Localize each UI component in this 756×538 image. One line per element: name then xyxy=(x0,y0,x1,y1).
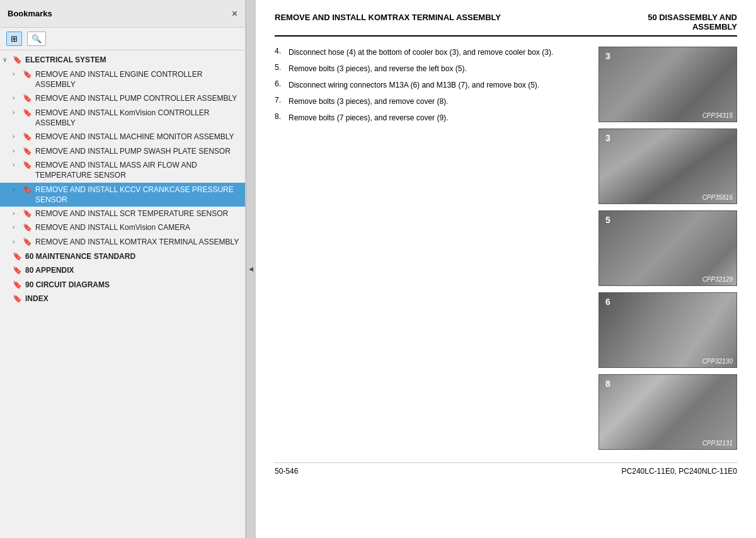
sidebar-item-electrical-system[interactable]: ∨🔖ELECTRICAL SYSTEM xyxy=(0,53,245,67)
sidebar: Bookmarks × ⊞ 🔍 ∨🔖ELECTRICAL SYSTEM›🔖REM… xyxy=(0,0,246,538)
bookmark-icon-circuit-diagrams: 🔖 xyxy=(13,280,23,290)
sidebar-item-appendix[interactable]: 🔖80 APPENDIX xyxy=(0,263,245,278)
bookmark-icon-mass-air-flow: 🔖 xyxy=(23,161,33,171)
step-description: Remove bolts (7 pieces), and reverse cov… xyxy=(289,112,448,123)
image-caption-3: CPP32129 xyxy=(702,276,733,283)
sidebar-item-index[interactable]: 🔖INDEX xyxy=(0,292,245,306)
close-button[interactable]: × xyxy=(232,9,238,19)
sidebar-item-pump-controller[interactable]: ›🔖REMOVE AND INSTALL PUMP CONTROLLER ASS… xyxy=(0,91,245,106)
sidebar-tree: ∨🔖ELECTRICAL SYSTEM›🔖REMOVE AND INSTALL … xyxy=(0,50,245,538)
search-icon: 🔍 xyxy=(32,34,42,43)
expand-arrow-komvision-camera[interactable]: › xyxy=(13,223,21,231)
item-label-komvision-camera: REMOVE AND INSTALL KomVision CAMERA xyxy=(35,222,190,232)
item-label-pump-controller: REMOVE AND INSTALL PUMP CONTROLLER ASSEM… xyxy=(35,93,237,103)
page-number: 50-546 xyxy=(275,467,298,476)
step-item: 4.Disconnect hose (4) at the bottom of c… xyxy=(275,47,586,58)
image-caption-1: CPP34315 xyxy=(702,112,733,119)
image-number-5: 8 xyxy=(605,379,610,389)
expand-arrow-pump-controller[interactable]: › xyxy=(13,94,21,102)
item-label-electrical-system: ELECTRICAL SYSTEM xyxy=(25,55,106,65)
expand-arrow-kccv-crankcase[interactable]: › xyxy=(13,185,21,193)
sidebar-item-maintenance-standard[interactable]: 🔖60 MAINTENANCE STANDARD xyxy=(0,249,245,264)
sidebar-item-circuit-diagrams[interactable]: 🔖90 CIRCUIT DIAGRAMS xyxy=(0,278,245,292)
item-label-komvision-controller: REMOVE AND INSTALL KomVision CONTROLLER … xyxy=(35,108,241,128)
image-caption-5: CPP32131 xyxy=(702,440,733,447)
image-number-3: 5 xyxy=(605,215,610,225)
bookmark-icon-index: 🔖 xyxy=(13,294,23,304)
image-number-1: 3 xyxy=(605,51,610,61)
step-description: Disconnect wiring connectors M13A (6) an… xyxy=(289,79,539,91)
sidebar-header: Bookmarks × xyxy=(0,0,245,28)
image-caption-4: CPP32130 xyxy=(702,358,733,365)
item-label-circuit-diagrams: 90 CIRCUIT DIAGRAMS xyxy=(25,280,110,290)
bookmark-icon-appendix: 🔖 xyxy=(13,266,23,276)
view-icon: ⊞ xyxy=(11,34,18,43)
sidebar-title: Bookmarks xyxy=(8,9,52,18)
collapse-icon: ◄ xyxy=(248,265,255,273)
document-image-5: 8CPP32131 xyxy=(598,374,737,450)
sidebar-item-komvision-camera[interactable]: ›🔖REMOVE AND INSTALL KomVision CAMERA xyxy=(0,220,245,235)
step-item: 8.Remove bolts (7 pieces), and reverse c… xyxy=(275,112,586,123)
sidebar-item-kccv-crankcase[interactable]: ›🔖REMOVE AND INSTALL KCCV CRANKCASE PRES… xyxy=(0,183,245,207)
item-label-kccv-crankcase: REMOVE AND INSTALL KCCV CRANKCASE PRESSU… xyxy=(35,185,241,205)
bookmark-icon-electrical-system: 🔖 xyxy=(13,55,23,66)
expand-arrow-engine-controller[interactable]: › xyxy=(13,70,21,78)
expand-arrow-scr-temperature[interactable]: › xyxy=(13,209,21,217)
bookmark-icon-machine-monitor: 🔖 xyxy=(23,132,33,142)
step-number: 6. xyxy=(275,79,285,91)
item-label-engine-controller: REMOVE AND INSTALL ENGINE CONTROLLER ASS… xyxy=(35,69,241,89)
item-label-maintenance-standard: 60 MAINTENANCE STANDARD xyxy=(25,251,135,261)
search-bookmarks-button[interactable]: 🔍 xyxy=(27,31,46,46)
document-image-4: 6CPP32130 xyxy=(598,292,737,368)
expand-arrow-pump-swash[interactable]: › xyxy=(13,147,21,155)
document-image-3: 5CPP32129 xyxy=(598,210,737,286)
step-item: 5.Remove bolts (3 pieces), and reverse t… xyxy=(275,63,586,74)
bookmark-icon-pump-controller: 🔖 xyxy=(23,94,33,104)
step-item: 7.Remove bolts (3 pieces), and remove co… xyxy=(275,96,586,107)
sidebar-item-mass-air-flow[interactable]: ›🔖REMOVE AND INSTALL MASS AIR FLOW AND T… xyxy=(0,158,245,182)
image-number-4: 6 xyxy=(605,297,610,307)
document-image-1: 3CPP34315 xyxy=(598,47,737,122)
sidebar-toolbar: ⊞ 🔍 xyxy=(0,28,245,50)
step-description: Disconnect hose (4) at the bottom of coo… xyxy=(289,47,553,58)
expand-arrow-machine-monitor[interactable]: › xyxy=(13,132,21,140)
item-label-index: INDEX xyxy=(25,294,49,304)
doc-body: 4.Disconnect hose (4) at the bottom of c… xyxy=(275,47,737,450)
doc-footer: 50-546 PC240LC-11E0, PC240NLC-11E0 xyxy=(275,462,737,476)
item-label-komtrax-terminal: REMOVE AND INSTALL KOMTRAX TERMINAL ASSE… xyxy=(35,237,239,247)
bookmark-icon-komvision-controller: 🔖 xyxy=(23,108,33,118)
step-number: 7. xyxy=(275,96,285,107)
view-mode-button[interactable]: ⊞ xyxy=(6,31,22,46)
bookmark-icon-pump-swash: 🔖 xyxy=(23,147,33,157)
item-label-mass-air-flow: REMOVE AND INSTALL MASS AIR FLOW AND TEM… xyxy=(35,160,241,180)
expand-arrow-komtrax-terminal[interactable]: › xyxy=(13,238,21,246)
item-label-scr-temperature: REMOVE AND INSTALL SCR TEMPERATURE SENSO… xyxy=(35,209,228,219)
sidebar-item-pump-swash[interactable]: ›🔖REMOVE AND INSTALL PUMP SWASH PLATE SE… xyxy=(0,144,245,159)
sidebar-item-komvision-controller[interactable]: ›🔖REMOVE AND INSTALL KomVision CONTROLLE… xyxy=(0,106,245,130)
expand-arrow-mass-air-flow[interactable]: › xyxy=(13,161,21,169)
image-number-2: 3 xyxy=(605,133,610,143)
bookmark-icon-scr-temperature: 🔖 xyxy=(23,209,33,219)
sidebar-item-komtrax-terminal[interactable]: ›🔖REMOVE AND INSTALL KOMTRAX TERMINAL AS… xyxy=(0,235,245,249)
sidebar-item-scr-temperature[interactable]: ›🔖REMOVE AND INSTALL SCR TEMPERATURE SEN… xyxy=(0,207,245,221)
bookmark-icon-komvision-camera: 🔖 xyxy=(23,223,33,233)
collapse-handle[interactable]: ◄ xyxy=(246,0,256,538)
document-image-2: 3CPP35816 xyxy=(598,129,737,204)
sidebar-item-engine-controller[interactable]: ›🔖REMOVE AND INSTALL ENGINE CONTROLLER A… xyxy=(0,67,245,91)
doc-header-left: REMOVE AND INSTALL KOMTRAX TERMINAL ASSE… xyxy=(275,13,501,22)
item-label-pump-swash: REMOVE AND INSTALL PUMP SWASH PLATE SENS… xyxy=(35,146,231,156)
image-caption-2: CPP35816 xyxy=(702,194,733,201)
bookmark-icon-maintenance-standard: 🔖 xyxy=(13,252,23,262)
step-number: 4. xyxy=(275,47,285,58)
expand-arrow-komvision-controller[interactable]: › xyxy=(13,108,21,117)
sidebar-item-machine-monitor[interactable]: ›🔖REMOVE AND INSTALL MACHINE MONITOR ASS… xyxy=(0,130,245,144)
bookmark-icon-engine-controller: 🔖 xyxy=(23,70,33,80)
doc-images: 3CPP343153CPP358165CPP321296CPP321308CPP… xyxy=(598,47,737,450)
doc-header-right: 50 DISASSEMBLY AND ASSEMBLY xyxy=(624,13,737,31)
document-id: PC240LC-11E0, PC240NLC-11E0 xyxy=(622,467,737,476)
item-label-appendix: 80 APPENDIX xyxy=(25,265,74,275)
item-label-machine-monitor: REMOVE AND INSTALL MACHINE MONITOR ASSEM… xyxy=(35,132,234,142)
main-content: REMOVE AND INSTALL KOMTRAX TERMINAL ASSE… xyxy=(256,0,756,538)
expand-arrow-electrical-system[interactable]: ∨ xyxy=(3,55,11,64)
document-header: REMOVE AND INSTALL KOMTRAX TERMINAL ASSE… xyxy=(275,13,737,37)
